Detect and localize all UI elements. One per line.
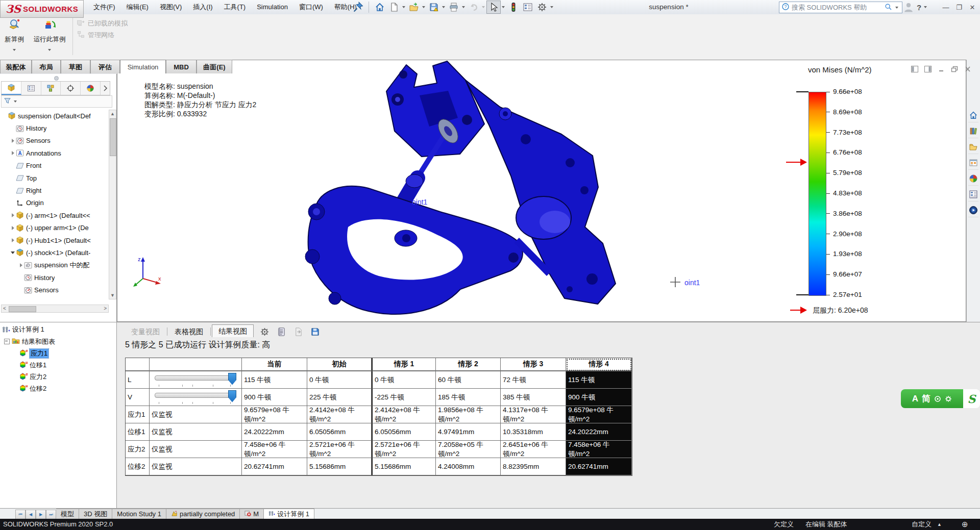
scrollbar-thumb[interactable] (110, 118, 116, 156)
value-cell[interactable]: 2.5721e+06 牛顿/m^2 (372, 441, 436, 458)
value-cell[interactable]: 115 牛顿 (566, 371, 632, 389)
collapse-minus-icon[interactable] (4, 339, 10, 344)
help-button[interactable]: ? (917, 0, 928, 14)
tree-item-history[interactable]: History (0, 122, 109, 134)
tree-item-shock-1-default[interactable]: (-) shock<1> (Default- (0, 246, 109, 259)
nav-last-icon[interactable]: ⏭ (46, 510, 56, 519)
value-cell[interactable]: 0 牛顿 (307, 371, 372, 389)
menu-item-6[interactable]: Simulation (251, 0, 293, 14)
study-tree-title[interactable]: 设计算例 1 (2, 325, 44, 334)
value-cell[interactable]: 2.5721e+06 牛顿/m^2 (307, 441, 372, 458)
undo-icon-dropdown[interactable] (482, 6, 485, 8)
value-cell[interactable]: 385 牛顿 (501, 389, 566, 406)
tab-[interactable]: 布局 (32, 60, 61, 73)
value-cell[interactable]: 9.6579e+08 牛顿/m^2 (242, 406, 307, 423)
displaymanager-tab-icon[interactable] (81, 82, 101, 95)
menu-item-7[interactable]: 窗口(W) (293, 0, 329, 14)
tab-mbd[interactable]: MBD (166, 60, 197, 73)
slider-track[interactable] (155, 375, 234, 381)
propertymanager-tab-icon[interactable] (21, 82, 41, 95)
resources-icon[interactable] (968, 204, 978, 217)
new-doc-icon[interactable] (387, 1, 401, 14)
sheet-tab-1[interactable]: 模型 (56, 509, 79, 519)
open-icon-dropdown[interactable] (422, 6, 425, 8)
value-cell[interactable]: 900 牛顿 (242, 389, 307, 406)
menu-item-2[interactable]: 编辑(E) (121, 0, 154, 14)
variable-slider-cell[interactable] (150, 389, 242, 406)
globe-icon[interactable]: ⊕ (962, 519, 968, 530)
tree-item-right[interactable]: Right (0, 184, 109, 196)
slider-handle[interactable] (228, 390, 236, 402)
value-cell[interactable]: 4.97491mm (436, 423, 501, 441)
value-cell[interactable]: 185 牛顿 (436, 389, 501, 406)
value-cell[interactable]: 2.4142e+08 牛顿/m^2 (307, 406, 372, 423)
tree-filter-bar[interactable] (1, 95, 112, 108)
view-palette-icon[interactable] (968, 156, 978, 170)
ime-pill[interactable]: A 简 (901, 389, 963, 408)
design-library-icon[interactable] (968, 124, 978, 138)
expander-right-icon[interactable] (18, 263, 23, 267)
traffic-light-icon[interactable] (506, 1, 521, 14)
value-cell[interactable]: 20.62741mm (566, 458, 632, 475)
column-header[interactable]: 情形 4 (566, 358, 632, 371)
value-cell[interactable]: 225 牛顿 (307, 389, 372, 406)
plot-item-1[interactable]: σ应力1 (19, 348, 48, 358)
value-cell[interactable]: 5.15686mm (372, 458, 436, 475)
nav-prev-icon[interactable]: ◀ (26, 510, 36, 519)
run-study-button[interactable]: 运行此算例 (29, 16, 70, 56)
suspension-model[interactable] (286, 59, 735, 321)
gear-icon[interactable] (535, 1, 549, 14)
restore-button[interactable]: ❐ (952, 0, 966, 14)
column-header[interactable]: 初始 (307, 358, 372, 371)
dimxpert-tab-icon[interactable] (61, 82, 81, 95)
home-icon[interactable] (968, 109, 978, 122)
save-icon[interactable] (308, 325, 322, 338)
featuremanager-tab-icon[interactable] (2, 82, 21, 95)
home-icon[interactable] (373, 1, 387, 14)
options-list-icon[interactable] (521, 1, 535, 14)
value-cell[interactable]: 7.2058e+05 牛顿/m^2 (436, 441, 501, 458)
tree-item-front[interactable]: Front (0, 160, 109, 172)
expander-right-icon[interactable] (10, 139, 15, 143)
plot-restore-button[interactable] (950, 65, 959, 73)
save-icon-dropdown[interactable] (442, 6, 445, 8)
plot-item-4[interactable]: u位移2 (19, 384, 46, 393)
plot-dock-left-button[interactable] (910, 65, 919, 73)
nav-next-icon[interactable]: ▶ (36, 510, 46, 519)
nav-first-icon[interactable]: ⏮ (15, 510, 26, 519)
value-cell[interactable]: 6.05056mm (372, 423, 436, 441)
value-cell[interactable]: 24.20222mm (242, 423, 307, 441)
sheet-tab-6[interactable]: 设计算例 1 (264, 509, 314, 519)
scrollbar-thumb[interactable] (9, 306, 36, 312)
gear-icon-dropdown[interactable] (550, 6, 553, 8)
tab-[interactable]: 草图 (61, 60, 90, 73)
ime-circle-icon[interactable] (934, 395, 941, 402)
plot-dock-right-button[interactable] (923, 65, 932, 73)
gear-icon[interactable] (258, 325, 272, 338)
ime-chinese-mode[interactable]: 简 (922, 393, 930, 405)
tree-item-upper-arm-1-de[interactable]: (-) upper arm<1> (De (0, 222, 109, 234)
value-cell[interactable]: 4.24008mm (436, 458, 501, 475)
value-slider[interactable] (152, 390, 238, 405)
sheet-tab-4[interactable]: partially completed (166, 509, 240, 519)
value-cell[interactable]: 6.05056mm (307, 423, 372, 441)
value-cell[interactable]: 20.62741mm (242, 458, 307, 475)
custom-properties-icon[interactable] (968, 188, 978, 201)
value-cell[interactable]: 60 牛顿 (436, 371, 501, 389)
close-button[interactable]: ✕ (966, 0, 979, 14)
plot-item-3[interactable]: σ应力2 (19, 372, 46, 382)
sheet-tab-2[interactable]: 3D 视图 (79, 509, 112, 519)
filter-dropdown-icon[interactable] (14, 100, 17, 103)
tree-item-suspension-中的配[interactable]: suspension 中的配 (0, 259, 109, 271)
panel-collapse-handle[interactable] (54, 76, 59, 81)
select-cursor-icon-dropdown[interactable] (502, 6, 505, 8)
scroll-left-icon[interactable]: < (3, 306, 6, 311)
minimize-button[interactable]: — (939, 0, 952, 14)
status-item-3[interactable]: 自定义 (912, 519, 932, 530)
open-icon[interactable] (407, 1, 421, 14)
ribbon-button-dropdown[interactable] (48, 49, 51, 51)
tab-[interactable]: 装配体 (0, 60, 32, 73)
menu-item-1[interactable]: 文件(F) (88, 0, 121, 14)
scroll-right-icon[interactable]: > (104, 306, 107, 311)
value-cell[interactable]: 4.1317e+08 牛顿/m^2 (501, 406, 566, 423)
